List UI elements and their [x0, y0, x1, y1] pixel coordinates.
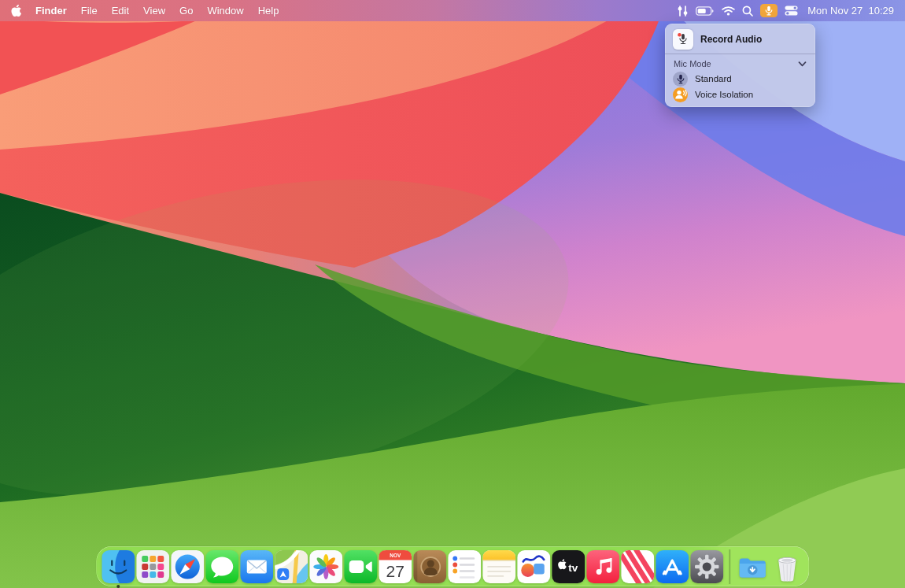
dock-item-calendar[interactable]: NOV 27	[379, 550, 412, 583]
menu-item-window[interactable]: Window	[200, 5, 250, 17]
running-indicator	[116, 585, 120, 588]
dock-item-mail[interactable]	[240, 550, 273, 583]
record-audio-label: Record Audio	[700, 34, 762, 45]
dock-item-maps[interactable]	[275, 550, 308, 583]
dock-item-system-settings[interactable]	[690, 550, 723, 583]
control-center-icon[interactable]	[785, 6, 798, 16]
mic-icon	[765, 6, 773, 16]
music-icon	[586, 550, 619, 583]
mic-icon	[673, 72, 688, 87]
dock-item-messages[interactable]	[205, 550, 238, 583]
news-icon	[621, 550, 654, 583]
option-label: Standard	[695, 74, 732, 83]
record-audio-row[interactable]: Record Audio	[673, 28, 807, 54]
mic-mode-header[interactable]: Mic Mode	[673, 54, 807, 71]
system-settings-icon	[690, 550, 723, 583]
menu-item-finder[interactable]: Finder	[26, 5, 74, 17]
apple-menu[interactable]	[9, 5, 26, 17]
dock-item-safari[interactable]	[171, 550, 204, 583]
notes-icon	[482, 550, 515, 583]
menu-item-go[interactable]: Go	[172, 5, 200, 17]
mail-icon	[240, 550, 273, 583]
mic-mode-label: Mic Mode	[674, 59, 711, 68]
dock-item-facetime[interactable]	[344, 550, 377, 583]
dock-item-contacts[interactable]	[413, 550, 446, 583]
wifi-icon[interactable]	[722, 6, 735, 16]
dock-divider	[729, 549, 730, 584]
dock-item-appstore[interactable]	[656, 550, 689, 583]
dock-item-tv[interactable]: tv	[552, 550, 585, 583]
record-audio-icon	[673, 29, 693, 50]
maps-icon	[275, 550, 308, 583]
finder-icon	[102, 550, 135, 583]
dock-item-music[interactable]	[586, 550, 619, 583]
dock-item-freeform[interactable]	[517, 550, 550, 583]
reminders-icon	[448, 550, 481, 583]
photos-icon	[309, 550, 342, 583]
messages-icon	[205, 550, 238, 583]
macos-desktop: { "menu_bar": { "items": ["Finder", "Fil…	[0, 0, 905, 588]
mic-mode-panel: Record Audio Mic Mode Standard Voice Iso…	[665, 24, 815, 107]
dock-item-notes[interactable]	[482, 550, 515, 583]
trash-icon	[770, 550, 803, 583]
dock: NOV 27	[96, 546, 809, 586]
sliders-icon[interactable]	[677, 6, 689, 17]
option-label: Voice Isolation	[695, 90, 753, 99]
dock-item-finder[interactable]	[102, 550, 135, 583]
menu-bar-left: Finder File Edit View Go Window Help	[9, 5, 286, 17]
dock-item-downloads-folder[interactable]	[736, 550, 769, 583]
dock-item-trash[interactable]	[770, 550, 803, 583]
spotlight-search-icon[interactable]	[742, 6, 753, 17]
dock-item-launchpad[interactable]	[136, 550, 169, 583]
facetime-icon	[344, 550, 377, 583]
menu-bar-clock[interactable]: Mon Nov 27 10:29	[807, 5, 894, 17]
menu-item-help[interactable]: Help	[251, 5, 286, 17]
mic-mode-option-voice-isolation[interactable]: Voice Isolation	[673, 87, 807, 102]
apple-icon	[11, 5, 21, 17]
contacts-icon	[413, 550, 446, 583]
menu-item-edit[interactable]: Edit	[105, 5, 136, 17]
menu-item-view[interactable]: View	[136, 5, 172, 17]
launchpad-icon	[136, 550, 169, 583]
svg-text:tv: tv	[568, 561, 578, 573]
menu-bar-status: Mon Nov 27 10:29	[677, 4, 894, 17]
freeform-icon	[517, 550, 550, 583]
svg-text:27: 27	[386, 562, 404, 580]
menu-item-file[interactable]: File	[74, 5, 105, 17]
mic-recording-indicator[interactable]	[760, 4, 778, 17]
app-store-icon	[656, 550, 689, 583]
downloads-folder-icon	[736, 550, 769, 583]
mic-mode-option-standard[interactable]: Standard	[673, 71, 807, 87]
voice-isolation-icon	[673, 87, 688, 102]
svg-text:NOV: NOV	[390, 553, 401, 558]
dock-item-news[interactable]	[621, 550, 654, 583]
dock-item-reminders[interactable]	[448, 550, 481, 583]
calendar-icon: NOV 27	[379, 550, 412, 583]
chevron-down-icon	[798, 61, 807, 67]
battery-icon[interactable]	[696, 6, 715, 16]
menu-bar: Finder File Edit View Go Window Help	[0, 0, 905, 21]
safari-icon	[171, 550, 204, 583]
dock-item-photos[interactable]	[309, 550, 342, 583]
apple-tv-icon: tv	[552, 550, 585, 583]
